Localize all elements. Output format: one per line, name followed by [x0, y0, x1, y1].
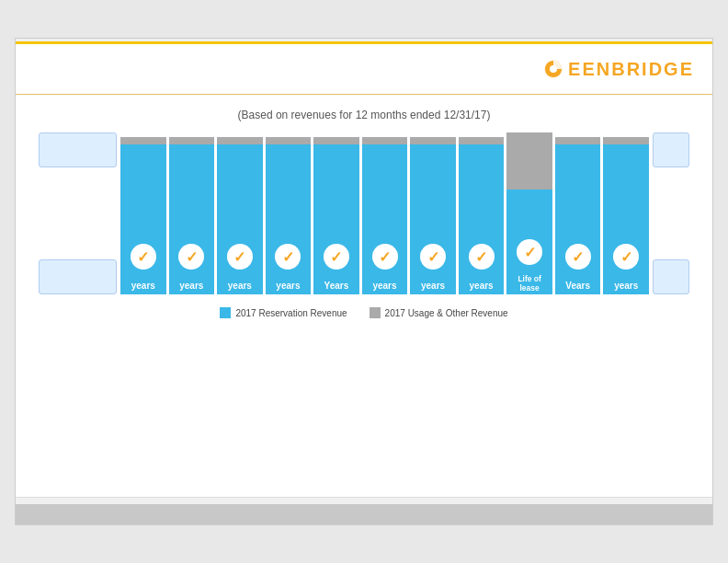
bar-label-10: Vears [555, 277, 601, 294]
subtitle: (Based on revenues for 12 months ended 1… [238, 109, 491, 121]
bar-blue-upper-11 [603, 144, 649, 236]
bar-gray-2 [169, 137, 215, 144]
slide-container: EENBRIDGE (Based on revenues for 12 mont… [15, 38, 713, 525]
legend-item-2: 2017 Usage & Other Revenue [370, 307, 508, 318]
bar-blue-upper-4 [266, 144, 312, 236]
bar-col-5: Years [313, 137, 359, 294]
bar-blue-upper-1 [120, 144, 166, 236]
bar-label-4: years [266, 277, 312, 294]
checkmark-2 [178, 244, 204, 270]
bar-col-8: years [459, 137, 505, 294]
right-box-bottom [653, 259, 689, 294]
bar-gray-9 [506, 132, 552, 190]
bar-check-11 [603, 236, 649, 277]
bar-label-8: years [459, 277, 505, 294]
logo-accent: E [568, 59, 582, 79]
legend-swatch-1 [220, 307, 231, 318]
bar-blue-upper-2 [169, 144, 215, 236]
bar-check-9 [506, 232, 552, 272]
checkmark-1 [131, 244, 156, 270]
bar-gray-11 [603, 137, 649, 144]
bar-blue-upper-8 [459, 144, 505, 236]
bar-blue-upper-9 [506, 190, 552, 232]
bar-col-10: Vears [555, 137, 601, 294]
bar-gray-10 [555, 137, 601, 144]
legend-label-2: 2017 Usage & Other Revenue [385, 308, 508, 318]
bar-label-11: years [603, 277, 649, 294]
legend-label-1: 2017 Reservation Revenue [235, 308, 347, 318]
label-box-top [39, 132, 117, 167]
bar-label-2: years [169, 277, 215, 294]
content-area: (Based on revenues for 12 months ended 1… [16, 95, 712, 497]
bottom-gray-bar [16, 504, 712, 524]
bar-blue-upper-5 [313, 144, 359, 236]
bars-area: years years [120, 132, 649, 294]
bar-label-5: Years [313, 277, 359, 294]
right-box-top [653, 132, 689, 167]
bar-col-4: years [266, 137, 312, 294]
bar-check-5 [313, 236, 359, 277]
enbridge-logo-icon [542, 58, 564, 80]
bar-col-2: years [169, 137, 215, 294]
logo: EENBRIDGE [542, 58, 694, 80]
checkmark-5 [324, 244, 349, 270]
bar-check-1 [120, 236, 166, 277]
checkmark-11 [613, 244, 639, 270]
bar-check-4 [266, 236, 312, 277]
bar-gray-1 [120, 137, 166, 144]
label-column [39, 132, 117, 294]
bar-blue-upper-10 [555, 144, 601, 236]
logo-text: EENBRIDGE [568, 59, 694, 80]
outer-frame: EENBRIDGE (Based on revenues for 12 mont… [0, 0, 728, 563]
bar-col-6: years [362, 137, 408, 294]
header-area: EENBRIDGE [16, 44, 712, 95]
bar-check-7 [410, 236, 456, 277]
bar-label-9: Life oflease [506, 272, 552, 294]
bar-col-7: years [410, 137, 456, 294]
bar-label-6: years [362, 277, 408, 294]
bar-label-3: years [217, 277, 263, 294]
checkmark-7 [420, 244, 446, 270]
bar-gray-3 [217, 137, 263, 144]
bar-gray-7 [410, 137, 456, 144]
chart-wrapper: years years [39, 132, 689, 294]
checkmark-8 [469, 244, 495, 270]
bar-gray-6 [362, 137, 408, 144]
bar-blue-upper-6 [362, 144, 408, 236]
bar-gray-8 [459, 137, 505, 144]
svg-point-1 [550, 65, 557, 73]
bar-check-6 [362, 236, 408, 277]
bar-gray-4 [266, 137, 312, 144]
bar-check-3 [217, 236, 263, 277]
bar-col-1: years [120, 137, 166, 294]
label-box-bottom [39, 259, 117, 294]
bar-col-11: years [603, 137, 649, 294]
bar-col-9: Life oflease [506, 132, 552, 294]
checkmark-10 [565, 244, 591, 270]
bar-label-1: years [120, 277, 166, 294]
checkmark-4 [275, 244, 301, 270]
bar-gray-5 [313, 137, 359, 144]
checkmark-3 [227, 244, 253, 270]
right-col [653, 132, 689, 294]
bar-label-7: years [410, 277, 456, 294]
bar-check-8 [459, 236, 505, 277]
bottom-bar [16, 497, 712, 504]
legend-area: 2017 Reservation Revenue 2017 Usage & Ot… [220, 307, 507, 318]
checkmark-6 [372, 244, 398, 270]
legend-swatch-2 [370, 307, 381, 318]
bar-blue-upper-3 [217, 144, 263, 236]
legend-item-1: 2017 Reservation Revenue [220, 307, 347, 318]
checkmark-9 [517, 239, 542, 265]
bar-col-3: years [217, 137, 263, 294]
bar-check-2 [169, 236, 215, 277]
bar-blue-upper-7 [410, 144, 456, 236]
bar-check-10 [555, 236, 601, 277]
